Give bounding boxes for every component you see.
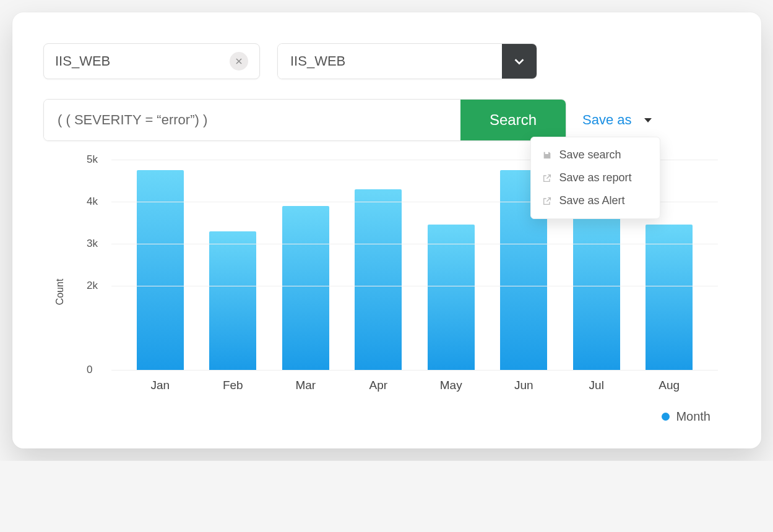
x-axis-labels: JanFebMarAprMayJunJulAug bbox=[111, 379, 718, 392]
query-input[interactable]: ( ( SEVERITY = “error”) ) bbox=[44, 100, 460, 140]
chart-legend: Month bbox=[87, 410, 718, 424]
external-link-icon bbox=[542, 173, 552, 183]
bar[interactable] bbox=[282, 206, 329, 370]
x-tick-label: Feb bbox=[197, 379, 270, 392]
search-button[interactable]: Search bbox=[460, 100, 566, 140]
y-tick-label: 3k bbox=[87, 238, 98, 250]
caret-down-icon bbox=[644, 118, 652, 122]
chevron-down-icon bbox=[512, 54, 526, 68]
y-tick-label: 4k bbox=[87, 195, 98, 208]
source-select[interactable]: IIS_WEB bbox=[277, 43, 537, 79]
query-row: ( ( SEVERITY = “error”) ) Search Save as… bbox=[43, 99, 730, 141]
x-tick-label: Jan bbox=[124, 379, 197, 392]
save-as-menu: Save search Save as report Save as Alert bbox=[530, 137, 660, 219]
bar[interactable] bbox=[428, 225, 475, 370]
y-tick-label: 5k bbox=[87, 153, 98, 166]
source-select-value: IIS_WEB bbox=[278, 44, 502, 79]
gridline bbox=[111, 286, 718, 286]
menu-item-save-report[interactable]: Save as report bbox=[531, 166, 660, 189]
x-tick-label: May bbox=[415, 379, 488, 392]
y-axis-label: Count bbox=[54, 278, 66, 305]
bar[interactable] bbox=[573, 206, 620, 370]
filter-chip-value: IIS_WEB bbox=[55, 53, 230, 69]
clear-filter-button[interactable] bbox=[230, 52, 248, 71]
bar[interactable] bbox=[646, 225, 693, 370]
y-tick-label: 2k bbox=[87, 280, 98, 292]
gridline bbox=[111, 370, 718, 371]
bar-slot bbox=[124, 160, 197, 370]
menu-item-label: Save search bbox=[559, 148, 621, 161]
x-tick-label: Mar bbox=[269, 379, 342, 392]
save-as-wrap: Save as Save search Save as report Save … bbox=[579, 107, 655, 133]
query-box: ( ( SEVERITY = “error”) ) Search bbox=[43, 99, 566, 141]
x-tick-label: Jul bbox=[560, 379, 633, 392]
menu-item-save-alert[interactable]: Save as Alert bbox=[531, 189, 660, 212]
x-tick-label: Apr bbox=[342, 379, 415, 392]
save-icon bbox=[542, 150, 552, 160]
bar-slot bbox=[415, 160, 488, 370]
bar[interactable] bbox=[137, 170, 184, 370]
main-card: IIS_WEB IIS_WEB ( ( SEVERITY = “error”) … bbox=[12, 12, 761, 448]
bar-slot bbox=[197, 160, 270, 370]
x-tick-label: Jun bbox=[488, 379, 561, 392]
bar-slot bbox=[269, 160, 342, 370]
menu-item-save-search[interactable]: Save search bbox=[531, 144, 660, 166]
menu-item-label: Save as report bbox=[559, 171, 632, 184]
save-as-label: Save as bbox=[582, 112, 632, 128]
bar[interactable] bbox=[355, 189, 402, 370]
legend-swatch bbox=[662, 413, 670, 421]
bar-slot bbox=[342, 160, 415, 370]
save-as-button[interactable]: Save as bbox=[579, 107, 655, 133]
y-tick-label: 0 bbox=[87, 364, 92, 376]
filter-chip-input[interactable]: IIS_WEB bbox=[43, 43, 260, 79]
external-link-icon bbox=[542, 196, 552, 206]
filters-row: IIS_WEB IIS_WEB bbox=[43, 43, 730, 79]
menu-item-label: Save as Alert bbox=[559, 194, 625, 207]
source-select-caret[interactable] bbox=[502, 44, 537, 79]
gridline bbox=[111, 244, 718, 244]
bar[interactable] bbox=[209, 231, 256, 370]
legend-label: Month bbox=[676, 410, 710, 424]
x-tick-label: Aug bbox=[633, 379, 706, 392]
close-icon bbox=[235, 57, 243, 66]
